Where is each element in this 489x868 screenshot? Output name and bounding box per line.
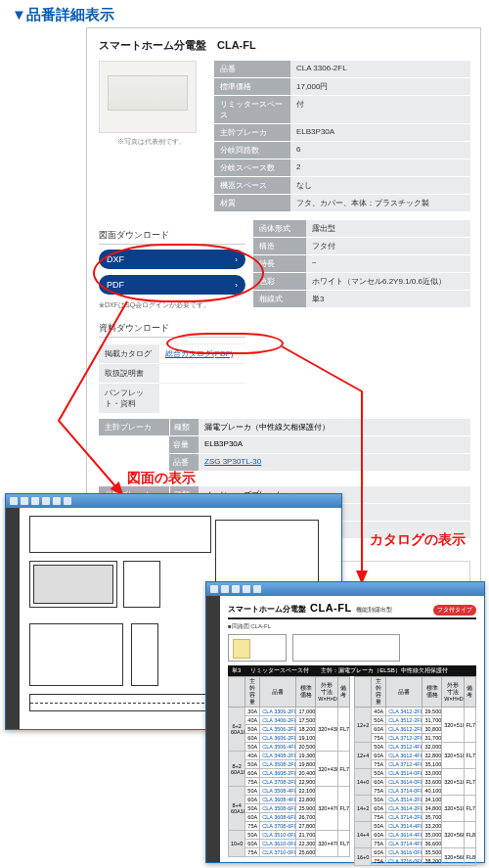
doc-key: 取扱説明書 (99, 363, 159, 383)
catalog-mini-diagram (228, 634, 287, 662)
chevron-right-icon: › (235, 281, 238, 290)
catalog-viewer-window: スマートホーム分電盤 CLA-FL 機能別/露出型 フタ付タイプ ■回路図 CL… (205, 581, 485, 863)
spec-key: 機器スペース (214, 177, 290, 194)
catalog-bar-b: 主幹：漏電ブレーカ（ELSB）中性線欠相保護付 (315, 665, 476, 676)
caption-catalog: カタログの表示 (370, 531, 466, 549)
catalog-part-link[interactable]: CLA 3610-0FL (260, 840, 296, 848)
toolbar-icon[interactable] (221, 585, 229, 593)
toolbar-icon[interactable] (53, 497, 61, 505)
toolbar-icon[interactable] (64, 497, 71, 505)
catalog-tag: 機能別/露出型 (356, 606, 393, 615)
doc-value (159, 383, 245, 413)
catalog-part-link[interactable]: CLA 3614-4FL (386, 831, 422, 840)
catalog-group: 14+2 (355, 796, 372, 822)
catalog-part-link[interactable]: CLA 3608-6FL (260, 813, 296, 822)
toolbar-icon[interactable] (21, 497, 28, 505)
catalog-part-link[interactable]: CLA 3710-0FL (260, 848, 296, 857)
spec-key: 分岐スペース数 (214, 160, 290, 176)
catalog-part-link[interactable]: CLA 3606-2FL (260, 734, 296, 743)
spec-key: 特長 (253, 254, 306, 272)
catalog-group: 14+0 (355, 769, 372, 796)
spec-value: フタ、カバー、本体：プラスチック製 (290, 195, 470, 211)
toolbar-icon[interactable] (243, 585, 250, 593)
catalog-part-link[interactable]: CLA 3306-2FL (260, 708, 296, 716)
catalog-part-link[interactable]: CLA 3512-2FL (386, 716, 422, 725)
catalog-part-link[interactable]: CLA 3508-6FL (260, 804, 296, 813)
spec-key: 構造 (253, 237, 306, 254)
product-image-caption: ※写真は代表例です。 (99, 137, 204, 147)
catalog-part-link[interactable]: CLA 3514-2FL (386, 796, 422, 804)
product-image (99, 61, 197, 133)
catalog-part-link[interactable]: CLA 3514-0FL (386, 769, 422, 778)
spec-key: 材質 (214, 195, 290, 211)
catalog-group: 16+0 (355, 848, 372, 866)
spec-value: ELB3P30A (290, 124, 470, 141)
download-pdf-button[interactable]: PDF› (99, 275, 245, 295)
spec-value: 露出型 (306, 219, 470, 237)
catalog-part-link[interactable]: CLA 3512-4FL (386, 743, 422, 752)
viewer-sidebar[interactable] (6, 508, 20, 729)
catalog-group: 10+0 (229, 831, 245, 857)
catalog-part-link[interactable]: CLA 3506-4FL (260, 743, 296, 752)
download-dxf-button[interactable]: DXF› (99, 250, 245, 269)
catalog-title-en: CLA-FL (310, 602, 352, 614)
breaker-value[interactable]: ZSG 3P30TL-30 (199, 453, 470, 471)
catalog-part-link[interactable]: CLA 3712-4FL (386, 760, 422, 769)
catalog-group: 12+4 (355, 743, 372, 769)
toolbar-icon[interactable] (253, 585, 261, 593)
catalog-part-link[interactable]: CLA 3708-6FL (260, 822, 296, 831)
spec-key: 品番 (214, 61, 290, 77)
catalog-mini-photo (292, 634, 400, 662)
catalog-subtitle: ■回路図 CLA-FL (228, 622, 476, 631)
chevron-right-icon: › (235, 255, 238, 264)
catalog-part-link[interactable]: CLA 3614-0FL (386, 778, 422, 787)
catalog-part-link[interactable]: CLA 3608-4FL (260, 796, 296, 804)
catalog-part-link[interactable]: CLA 3510-0FL (260, 831, 296, 840)
toolbar-icon[interactable] (42, 497, 50, 505)
toolbar-icon[interactable] (10, 497, 18, 505)
catalog-part-link[interactable]: CLA 3514-4FL (386, 822, 422, 831)
spec-key: 主幹ブレーカ (214, 124, 290, 141)
catalog-badge: フタ付タイプ (433, 605, 476, 616)
toolbar-icon[interactable] (31, 497, 39, 505)
viewer-toolbar[interactable] (206, 582, 484, 596)
catalog-part-link[interactable]: CLA 3714-2FL (386, 813, 422, 822)
catalog-part-link[interactable]: CLA 3408-2FL (260, 752, 296, 760)
spec-key: 標準価格 (214, 78, 290, 95)
main-breaker-table: 主幹ブレーカ種類漏電ブレーカ（中性線欠相保護付）容量ELB3P30A品番ZSG … (99, 419, 470, 471)
catalog-part-link[interactable]: CLA 3508-2FL (260, 760, 296, 769)
toolbar-icon[interactable] (232, 585, 240, 593)
catalog-part-link[interactable]: CLA 3612-4FL (386, 752, 422, 760)
spec-value: 付 (290, 96, 470, 123)
catalog-part-link[interactable]: CLA 3612-2FL (386, 725, 422, 734)
catalog-part-link[interactable]: CLA 3412-2FL (386, 708, 422, 716)
catalog-part-link[interactable]: CLA 3608-2FL (260, 769, 296, 778)
toolbar-icon[interactable] (210, 585, 218, 593)
catalog-group: 6+260A100A (229, 708, 245, 752)
spec-value: 単3 (306, 290, 470, 307)
catalog-part-link[interactable]: CLA 3708-2FL (260, 778, 296, 787)
catalog-group: 12+2 (355, 708, 372, 743)
spec-value: ホワイト（マンセル6.2Y9.1/0.6近似） (306, 272, 470, 290)
spec-key: 色彩 (253, 272, 306, 290)
viewer-sidebar[interactable] (206, 596, 220, 862)
doc-value[interactable]: 総合カタログ(PDF) (159, 343, 245, 363)
catalog-part-link[interactable]: CLA 3508-4FL (260, 787, 296, 796)
breaker-value: ELB3P30A (199, 435, 470, 453)
catalog-part-link[interactable]: CLA 3616-0FL (386, 848, 422, 857)
drawing-download-header: 図面ダウンロード (99, 229, 245, 245)
catalog-table-left: 主幹容量品番標準価格外形寸法 W×H×D備考6+260A100A30ACLA 3… (228, 676, 350, 857)
catalog-part-link[interactable]: CLA 3714-0FL (386, 787, 422, 796)
spec-value: なし (290, 177, 470, 194)
catalog-part-link[interactable]: CLA 3714-4FL (386, 840, 422, 848)
catalog-part-link[interactable]: CLA 3506-2FL (260, 725, 296, 734)
spec-table: 品番CLA 3306-2FL標準価格17,000円リミッタースペース付主幹ブレー… (214, 61, 470, 211)
catalog-part-link[interactable]: CLA 3614-2FL (386, 804, 422, 813)
viewer-toolbar[interactable] (6, 494, 341, 508)
side-spec-table: 函体形式露出型構造フタ付特長−色彩ホワイト（マンセル6.2Y9.1/0.6近似）… (253, 219, 470, 413)
catalog-part-link[interactable]: CLA 3716-0FL (386, 857, 422, 866)
catalog-group: 14+4 (355, 822, 372, 848)
catalog-part-link[interactable]: CLA 3406-2FL (260, 716, 296, 725)
document-table: 掲載カタログ総合カタログ(PDF)取扱説明書パンフレット・資料 (99, 343, 245, 413)
catalog-part-link[interactable]: CLA 3712-2FL (386, 734, 422, 743)
